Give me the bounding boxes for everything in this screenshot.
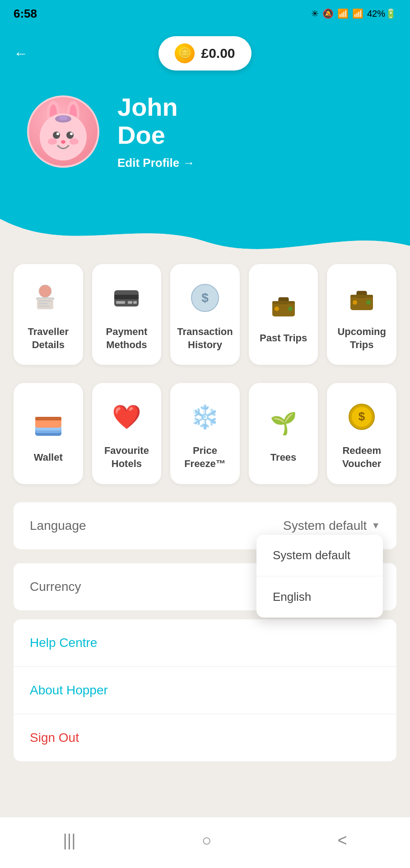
language-value[interactable]: System default ▼	[283, 519, 380, 533]
traveller-details-icon	[28, 278, 69, 318]
svg-point-8	[70, 132, 73, 135]
upcoming-trips-icon	[341, 278, 382, 318]
transaction-history-label: Transaction History	[175, 326, 235, 351]
svg-point-10	[70, 138, 79, 145]
svg-rect-24	[133, 301, 137, 304]
svg-point-36	[366, 300, 371, 305]
svg-rect-21	[114, 295, 139, 299]
redeem-voucher-label: Redeem Voucher	[331, 444, 392, 470]
traveller-details-label: Traveller Details	[18, 326, 79, 351]
header-top-row: ← 🪙 £0.00	[0, 27, 410, 80]
menu-grid-row2: Wallet ❤️ Favourite Hotels ❄️ Price Free…	[14, 383, 396, 484]
bluetooth-icon: ✳	[311, 8, 319, 19]
status-time: 6:58	[14, 7, 37, 21]
menu-item-wallet[interactable]: Wallet	[14, 383, 83, 484]
nav-menu-button[interactable]: |||	[50, 826, 89, 854]
menu-item-upcoming-trips[interactable]: Upcoming Trips	[327, 264, 396, 365]
price-freeze-icon: ❄️	[185, 396, 225, 437]
menu-item-past-trips[interactable]: Past Trips	[249, 264, 318, 365]
sign-out-row[interactable]: Sign Out	[14, 714, 396, 761]
svg-point-13	[59, 116, 68, 120]
past-trips-label: Past Trips	[260, 332, 307, 345]
option-english[interactable]: English	[256, 576, 383, 618]
svg-point-9	[48, 138, 57, 145]
wave-svg	[0, 219, 410, 255]
svg-rect-41	[35, 417, 61, 420]
bottom-navigation: ||| ○ <	[0, 817, 410, 868]
main-content: Traveller Details Payment Methods $	[0, 255, 410, 815]
currency-label: Currency	[30, 580, 81, 594]
coin-icon: 🪙	[175, 43, 195, 63]
svg-rect-23	[128, 301, 132, 304]
price-freeze-label: Price Freeze™	[175, 444, 235, 470]
wifi-icon: 📶	[337, 8, 349, 19]
svg-point-11	[61, 140, 65, 144]
trees-label: Trees	[270, 451, 297, 464]
menu-item-favourite-hotels[interactable]: ❤️ Favourite Hotels	[92, 383, 162, 484]
help-centre-row[interactable]: Help Centre	[14, 619, 396, 667]
wallet-label: Wallet	[34, 451, 63, 464]
svg-rect-34	[350, 295, 373, 297]
svg-rect-18	[39, 303, 48, 304]
past-trips-icon	[263, 284, 304, 325]
status-bar: 6:58 ✳ 🔕 📶 📶 42%🔋	[0, 0, 410, 27]
nav-home-button[interactable]: ○	[188, 826, 225, 854]
transaction-history-icon: $	[185, 278, 225, 318]
avatar-svg	[32, 100, 95, 163]
favourite-hotels-icon: ❤️	[106, 396, 147, 437]
svg-rect-19	[39, 306, 50, 307]
svg-point-30	[275, 307, 279, 311]
menu-item-payment-methods[interactable]: Payment Methods	[92, 264, 162, 365]
signal-icon: 📶	[352, 8, 363, 19]
menu-item-traveller-details[interactable]: Traveller Details	[14, 264, 83, 365]
battery-text: 42%🔋	[367, 8, 396, 19]
svg-point-5	[53, 132, 60, 139]
profile-info: John Doe Edit Profile →	[117, 93, 195, 170]
menu-item-transaction-history[interactable]: $ Transaction History	[170, 264, 240, 365]
help-centre-link[interactable]: Help Centre	[30, 636, 97, 650]
avatar[interactable]	[27, 95, 99, 168]
payment-methods-icon	[106, 278, 147, 318]
favourite-hotels-label: Favourite Hotels	[97, 444, 157, 470]
svg-text:$: $	[359, 410, 365, 423]
status-icons: ✳ 🔕 📶 📶 42%🔋	[311, 8, 396, 19]
redeem-voucher-icon: $	[341, 396, 382, 437]
back-button[interactable]: ←	[14, 45, 28, 62]
about-hopper-link[interactable]: About Hopper	[30, 683, 108, 697]
svg-rect-29	[272, 301, 295, 304]
sign-out-link[interactable]: Sign Out	[30, 731, 79, 745]
about-hopper-row[interactable]: About Hopper	[14, 667, 396, 714]
svg-point-35	[353, 300, 357, 305]
option-system-default[interactable]: System default	[256, 535, 383, 576]
settings-wrapper: Language System default ▼ System default…	[14, 502, 396, 549]
svg-rect-22	[116, 301, 125, 304]
svg-point-7	[56, 132, 59, 135]
svg-text:$: $	[201, 291, 209, 305]
profile-name: John Doe	[117, 93, 195, 149]
trees-icon: 🌱	[263, 403, 304, 444]
menu-item-price-freeze[interactable]: ❄️ Price Freeze™	[170, 383, 240, 484]
profile-section: John Doe Edit Profile →	[0, 80, 410, 184]
wallet-icon	[28, 403, 69, 444]
balance-pill[interactable]: 🪙 £0.00	[158, 36, 251, 71]
header-background: ← 🪙 £0.00	[0, 27, 410, 220]
svg-point-6	[66, 132, 74, 139]
nav-back-button[interactable]: <	[324, 826, 360, 854]
balance-amount: £0.00	[201, 46, 235, 61]
edit-profile-link[interactable]: Edit Profile →	[117, 156, 195, 170]
links-section: Help Centre About Hopper Sign Out	[14, 619, 396, 761]
menu-item-trees[interactable]: 🌱 Trees	[249, 383, 318, 484]
svg-point-31	[288, 307, 293, 311]
language-label: Language	[30, 519, 86, 533]
svg-rect-17	[39, 300, 51, 302]
language-dropdown[interactable]: System default English	[256, 535, 383, 618]
dropdown-arrow-icon: ▼	[371, 520, 380, 531]
wave-separator	[0, 219, 410, 255]
payment-methods-label: Payment Methods	[97, 326, 157, 351]
menu-item-redeem-voucher[interactable]: $ Redeem Voucher	[327, 383, 396, 484]
mute-icon: 🔕	[322, 8, 334, 19]
menu-grid-row1: Traveller Details Payment Methods $	[14, 264, 396, 365]
upcoming-trips-label: Upcoming Trips	[331, 326, 392, 351]
svg-point-14	[39, 285, 51, 297]
